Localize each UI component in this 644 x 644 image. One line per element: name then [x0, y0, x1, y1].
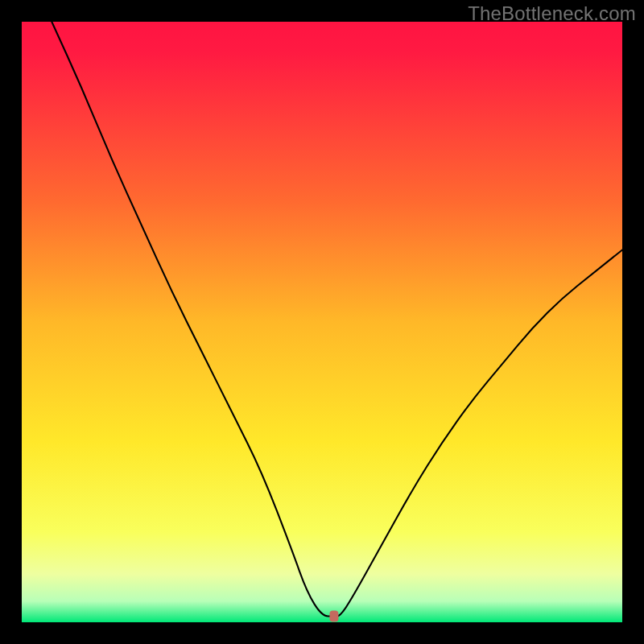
chart-svg	[22, 22, 622, 622]
chart-frame: TheBottleneck.com	[0, 0, 644, 644]
plot-area	[22, 22, 622, 622]
gradient-background	[22, 22, 622, 622]
marker-dot	[329, 611, 338, 622]
watermark-text: TheBottleneck.com	[468, 2, 636, 25]
